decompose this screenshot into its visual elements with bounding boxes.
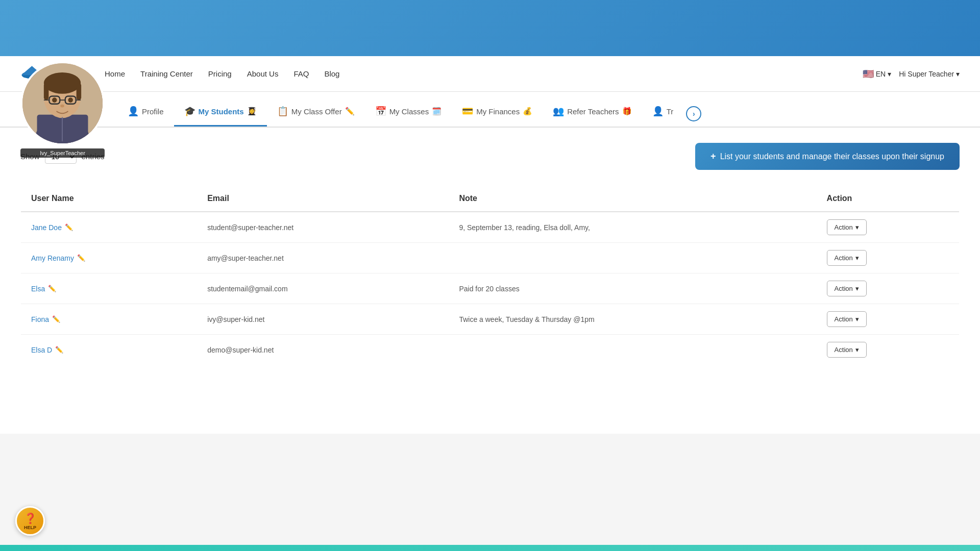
- language-label: EN: [876, 70, 886, 78]
- cell-note-0: 9, September 13, reading, Elsa doll, Amy…: [449, 212, 816, 243]
- student-name-link-0[interactable]: Jane Doe ✏️: [31, 223, 187, 232]
- svg-rect-10: [44, 83, 49, 100]
- profile-icon: 👤: [128, 106, 139, 117]
- edit-icon-1[interactable]: ✏️: [77, 254, 85, 262]
- tab-my-classes[interactable]: 📅 My Classes 🗓️: [365, 96, 452, 127]
- username-label: Ivy_SuperTeacher: [20, 148, 105, 158]
- cell-name-1: Amy Renamy ✏️: [21, 243, 198, 273]
- student-name-link-4[interactable]: Elsa D ✏️: [31, 346, 187, 354]
- main-content: Show 10 25 50 100 entries + List your st…: [0, 128, 980, 434]
- cell-action-3: Action ▾: [817, 304, 960, 335]
- classes-icon: 📅: [375, 106, 386, 117]
- table-row: Elsa D ✏️ demo@super-kid.net Action ▾: [21, 335, 960, 365]
- tab-profile[interactable]: 👤 Profile: [117, 96, 174, 127]
- student-name-link-1[interactable]: Amy Renamy ✏️: [31, 254, 187, 262]
- col-header-username: User Name: [21, 186, 198, 212]
- tab-refer-teachers[interactable]: 👥 Refer Teachers 🎁: [543, 96, 642, 127]
- cell-email-4: demo@super-kid.net: [197, 335, 449, 365]
- nav-home[interactable]: Home: [105, 69, 125, 78]
- cell-name-3: Fiona ✏️: [21, 304, 198, 335]
- navbar: SUPER TEACHER Home Training Center Prici…: [0, 56, 980, 92]
- edit-icon-2[interactable]: ✏️: [48, 285, 56, 292]
- top-controls: Show 10 25 50 100 entries + List your st…: [20, 143, 960, 170]
- nav-pricing[interactable]: Pricing: [208, 69, 232, 78]
- students-icon: 🎓: [184, 106, 195, 117]
- refer-icon: 👥: [553, 106, 564, 117]
- class-offer-icon: 📋: [277, 106, 288, 117]
- action-button-0[interactable]: Action ▾: [827, 219, 867, 235]
- nav-training-center[interactable]: Training Center: [140, 69, 193, 78]
- table-row: Jane Doe ✏️ student@super-teacher.net 9,…: [21, 212, 960, 243]
- nav-links: Home Training Center Pricing About Us FA…: [105, 69, 863, 78]
- cell-email-3: ivy@super-kid.net: [197, 304, 449, 335]
- student-name-link-3[interactable]: Fiona ✏️: [31, 315, 187, 323]
- cta-text: List your students and manage their clas…: [720, 152, 944, 161]
- cell-action-0: Action ▾: [817, 212, 960, 243]
- students-table: User Name Email Note Action Jane Doe ✏️ …: [20, 185, 960, 365]
- cell-name-2: Elsa ✏️: [21, 273, 198, 304]
- lang-chevron-icon: ▾: [888, 70, 891, 78]
- cell-email-1: amy@super-teacher.net: [197, 243, 449, 273]
- cell-action-2: Action ▾: [817, 273, 960, 304]
- action-button-3[interactable]: Action ▾: [827, 311, 867, 327]
- col-header-note: Note: [449, 186, 816, 212]
- nav-right: 🇺🇸 EN ▾ Hi Super Teacher ▾: [863, 68, 960, 80]
- action-button-4[interactable]: Action ▾: [827, 342, 867, 358]
- language-selector[interactable]: 🇺🇸 EN ▾: [863, 68, 891, 80]
- finances-icon: 💳: [462, 106, 473, 117]
- classes-emoji: 🗓️: [432, 107, 442, 116]
- edit-icon-4[interactable]: ✏️: [55, 346, 63, 354]
- cta-icon: +: [710, 151, 716, 162]
- cell-email-2: studentemail@gmail.com: [197, 273, 449, 304]
- avatar-frame: [20, 61, 105, 145]
- action-chevron-icon-0: ▾: [855, 223, 859, 231]
- avatar-image: [22, 63, 103, 143]
- svg-point-9: [44, 72, 81, 94]
- students-emoji: 👩‍🎓: [247, 107, 257, 116]
- nav-about-us[interactable]: About Us: [247, 69, 279, 78]
- cell-action-1: Action ▾: [817, 243, 960, 273]
- action-button-2[interactable]: Action ▾: [827, 281, 867, 296]
- profile-tabs-section: Ivy_SuperTeacher 👤 Profile 🎓 My Students…: [0, 92, 980, 128]
- cell-action-4: Action ▾: [817, 335, 960, 365]
- class-offer-emoji: ✏️: [345, 107, 355, 116]
- tab-my-class-offer[interactable]: 📋 My Class Offer ✏️: [267, 96, 365, 127]
- avatar-section: Ivy_SuperTeacher: [20, 61, 105, 158]
- cell-note-3: Twice a week, Tuesday & Thursday @1pm: [449, 304, 816, 335]
- tab-tr[interactable]: 👤 Tr: [642, 96, 684, 127]
- cell-name-0: Jane Doe ✏️: [21, 212, 198, 243]
- edit-icon-0[interactable]: ✏️: [65, 223, 73, 231]
- refer-emoji: 🎁: [622, 107, 632, 116]
- table-body: Jane Doe ✏️ student@super-teacher.net 9,…: [21, 212, 960, 365]
- flag-icon: 🇺🇸: [863, 68, 874, 80]
- student-name-link-2[interactable]: Elsa ✏️: [31, 285, 187, 293]
- add-students-button[interactable]: + List your students and manage their cl…: [695, 143, 960, 170]
- table-row: Elsa ✏️ studentemail@gmail.com Paid for …: [21, 273, 960, 304]
- table-header-row: User Name Email Note Action: [21, 186, 960, 212]
- svg-point-17: [52, 97, 57, 103]
- col-header-email: Email: [197, 186, 449, 212]
- nav-blog[interactable]: Blog: [324, 69, 339, 78]
- tr-icon: 👤: [652, 106, 664, 117]
- cell-email-0: student@super-teacher.net: [197, 212, 449, 243]
- svg-point-19: [60, 105, 64, 108]
- svg-rect-11: [77, 83, 82, 100]
- cell-note-1: [449, 243, 816, 273]
- table-row: Fiona ✏️ ivy@super-kid.net Twice a week,…: [21, 304, 960, 335]
- action-button-1[interactable]: Action ▾: [827, 250, 867, 266]
- tabs-next-arrow[interactable]: ›: [686, 106, 701, 121]
- cell-note-4: [449, 335, 816, 365]
- action-chevron-icon-1: ▾: [855, 254, 859, 262]
- cell-name-4: Elsa D ✏️: [21, 335, 198, 365]
- svg-point-18: [68, 97, 73, 103]
- edit-icon-3[interactable]: ✏️: [52, 315, 60, 323]
- user-greeting[interactable]: Hi Super Teacher ▾: [899, 70, 960, 78]
- nav-faq[interactable]: FAQ: [293, 69, 309, 78]
- action-chevron-icon-4: ▾: [855, 346, 859, 354]
- action-chevron-icon-2: ▾: [855, 285, 859, 292]
- finances-emoji: 💰: [523, 107, 532, 116]
- tab-my-students[interactable]: 🎓 My Students 👩‍🎓: [174, 96, 267, 127]
- greeting-chevron-icon: ▾: [956, 70, 960, 78]
- tab-my-finances[interactable]: 💳 My Finances 💰: [452, 96, 543, 127]
- cell-note-2: Paid for 20 classes: [449, 273, 816, 304]
